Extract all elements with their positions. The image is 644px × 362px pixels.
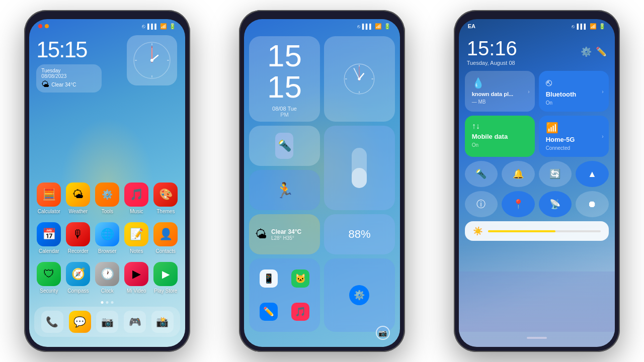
app-calendar[interactable]: 📅 Calendar <box>35 222 63 254</box>
app-music[interactable]: 🎵 Music <box>122 183 150 214</box>
status-right-3: ⎋ ▌▌▌ 📶 🔋 <box>572 23 605 30</box>
app-compass[interactable]: 🧭 Compass <box>64 262 92 294</box>
weather-widget-range: L28° H35° <box>271 235 301 241</box>
clock-time: 15:15 <box>36 37 102 62</box>
app-recorder[interactable]: 🎙 Recorder <box>64 222 92 254</box>
wifi-3: 📶 <box>590 23 597 30</box>
cc-date: Tuesday, August 08 <box>467 60 517 66</box>
clock-label: Clock <box>101 288 114 294</box>
cc-map-btn[interactable]: 📍 <box>502 191 535 217</box>
big-clock-widget: 15 15 08/08 Tue PM <box>249 36 320 122</box>
tools-label: Tools <box>102 209 113 214</box>
dock-screenshot[interactable]: 📸 <box>151 311 174 333</box>
cc-settings-icon[interactable]: ⚙️ <box>581 46 592 57</box>
security-label: Security <box>40 288 58 294</box>
bt-icon-2: ⎋ <box>357 24 360 29</box>
phone-1: ⎋ ▌▌▌ 📶 🔋 15:15 Tuesday 08/08/2023 🌤 Cle… <box>24 10 190 352</box>
mobiledata-status: On <box>472 142 528 148</box>
clock-day: Tuesday <box>41 68 97 73</box>
browser-label: Browser <box>98 248 117 254</box>
contacts-label: Contacts <box>156 248 176 254</box>
signal-icon: ▌▌▌ <box>147 24 158 29</box>
security-icon: 🛡 <box>37 262 61 286</box>
browser-icon: 🌐 <box>95 222 119 246</box>
big-time-bot: 15 <box>267 71 302 103</box>
dot-3 <box>111 301 114 304</box>
battery-icon: 🔋 <box>169 23 176 30</box>
cc-bluetooth-tile[interactable]: ⎋ Bluetooth On › <box>539 71 609 112</box>
cc-rotate-btn[interactable]: 🔄 <box>539 161 572 187</box>
brightness-bar <box>488 230 601 232</box>
app-playstore[interactable]: ▶ Play Store <box>151 262 180 294</box>
mivideo-icon: ▶ <box>124 262 148 286</box>
wifi-label: Home-5G <box>546 136 602 143</box>
mini-cat-icon[interactable]: 🐱 <box>291 269 309 288</box>
wifi-2: 📶 <box>375 23 382 30</box>
cc-water-tile[interactable]: 💧 known data pl... — MB › <box>465 71 535 112</box>
app-row-3: 🛡 Security 🧭 Compass 🕐 Clock ▶ Mi Video <box>34 262 180 294</box>
app-themes[interactable]: 🎨 Themes <box>151 183 180 214</box>
dock-camera-app[interactable]: 📷 <box>96 311 118 333</box>
cc-time: 15:16 <box>467 37 517 60</box>
recorder-label: Recorder <box>68 248 89 254</box>
music-icon: 🎵 <box>124 183 148 207</box>
playstore-label: Play Store <box>154 288 177 294</box>
app-clock[interactable]: 🕐 Clock <box>93 262 121 294</box>
bt-icon: ⎋ <box>142 23 145 29</box>
cc-location-btn[interactable]: ▲ <box>576 161 609 187</box>
cc-edit-icon[interactable]: ✏️ <box>596 46 607 57</box>
cc-wifi-tile[interactable]: 📶 Home-5G Connected › <box>539 116 609 157</box>
app-contacts[interactable]: 👤 Contacts <box>151 222 180 254</box>
app-tools[interactable]: ⚙️ Tools <box>93 183 121 214</box>
cc-record-btn[interactable]: ⏺ <box>576 191 609 217</box>
dock: 📞 💬 📷 🎮 📸 <box>34 307 180 337</box>
app-browser[interactable]: 🌐 Browser <box>93 222 121 254</box>
calculator-icon: 🧮 <box>37 183 61 207</box>
dock-messages[interactable]: 💬 <box>69 311 91 333</box>
settings-icon: ⚙️ <box>349 285 369 305</box>
themes-label: Themes <box>156 209 175 214</box>
bt-icon-3: ⎋ <box>572 24 575 29</box>
app-calculator[interactable]: 🧮 Calculator <box>35 183 63 214</box>
bt-arrow: › <box>602 88 603 94</box>
calculator-label: Calculator <box>38 209 60 214</box>
home-indicator <box>527 337 547 339</box>
status-bar-3: EA ⎋ ▌▌▌ 📶 🔋 <box>459 19 615 33</box>
mini-phone-icon[interactable]: 📱 <box>260 269 278 288</box>
calendar-label: Calendar <box>39 248 59 254</box>
big-time-top: 15 <box>267 40 302 71</box>
cc-mobiledata-tile[interactable]: ↑↓ Mobile data On <box>465 116 535 157</box>
camera-button[interactable]: 📷 <box>376 326 390 340</box>
torch-widget[interactable]: 🔦 <box>249 126 320 166</box>
page-dots <box>101 301 114 304</box>
app-mivideo[interactable]: ▶ Mi Video <box>122 262 150 294</box>
dock-phone[interactable]: 📞 <box>41 311 63 333</box>
mini-pen-icon[interactable]: ✏️ <box>260 303 278 321</box>
cc-torch-btn[interactable]: 🔦 <box>465 161 498 187</box>
cc-alarm-btn[interactable]: 🔔 <box>502 161 535 187</box>
app-security[interactable]: 🛡 Security <box>35 262 63 294</box>
tools-icon: ⚙️ <box>95 183 119 207</box>
app-weather[interactable]: 🌤 Weather <box>64 183 92 214</box>
bluetooth-status: On <box>546 100 602 106</box>
themes-icon: 🎨 <box>153 183 178 207</box>
dock-games[interactable]: 🎮 <box>124 311 146 333</box>
calendar-icon: 📅 <box>37 222 61 246</box>
cc-info-btn[interactable]: ⓘ <box>465 191 498 217</box>
water-label: known data pl... <box>472 91 528 97</box>
user-label: EA <box>468 23 475 29</box>
svg-point-13 <box>358 77 361 80</box>
mini-apps-widget: 📱 🐱 ✏️ 🎵 <box>249 258 320 332</box>
app-notes[interactable]: 📝 Notes <box>122 222 150 254</box>
analog-clock-widget <box>127 35 177 85</box>
status-right-2: ⎋ ▌▌▌ 📶 🔋 <box>357 23 391 30</box>
app-row-2: 📅 Calendar 🎙 Recorder 🌐 Browser 📝 Notes <box>34 222 180 254</box>
mini-music-icon[interactable]: 🎵 <box>291 303 309 321</box>
cc-brightness-slider[interactable]: ☀️ <box>465 221 609 241</box>
notes-icon: 📝 <box>124 222 148 246</box>
settings-widget[interactable]: ⚙️ <box>324 258 395 332</box>
cc-hotspot-btn[interactable]: 📡 <box>539 191 572 217</box>
signal-3: ▌▌▌ <box>577 24 587 29</box>
mobiledata-icon: ↑↓ <box>472 122 528 131</box>
weather-widget-temp: Clear 34°C <box>271 228 301 235</box>
